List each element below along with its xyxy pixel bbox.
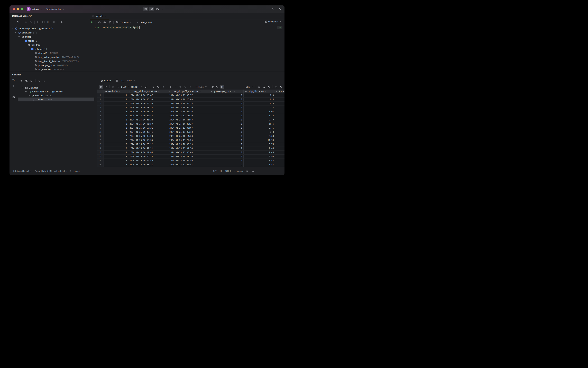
grid-cell[interactable]: 2024-01-25 10:39:40 [128,159,168,163]
grid-cell[interactable]: 1.14 [244,114,275,118]
grid-cell[interactable]: 2024-01-25 11:00:08 [168,150,210,155]
grid-cell[interactable]: 0.75 [244,142,275,146]
grid-cell[interactable]: 2024-01-25 11:04:54 [168,147,210,150]
grid-cell[interactable]: 1 [210,122,244,126]
grid-cell[interactable]: 2024-01-25 10:47:21 [128,147,168,150]
explorer-tree-item[interactable]: tpep_pickup_datetimeTIMESTAMP(26,6) [9,55,88,59]
grid-cell[interactable]: 1.8 [244,130,275,134]
gear-icon[interactable] [278,7,282,11]
explorer-tree-item[interactable]: public [9,35,88,39]
grid-cell[interactable]: 2 [104,134,128,138]
disconnect-icon[interactable] [29,20,33,24]
grid-cell[interactable]: 2024-01-25 10:30:56 [128,101,168,105]
explorer-tree-item[interactable]: tpep_dropoff_datetimeTIMESTAMP(26,6) [9,59,88,63]
parameters-icon[interactable] [103,20,107,24]
project-widget[interactable]: S spiceai [27,7,43,11]
import-data-icon[interactable] [262,85,266,89]
grid-cell[interactable]: 1 [104,101,128,105]
tx-mode-dropdown[interactable]: Tx: Auto [120,21,132,24]
grid-cell[interactable]: 2024-01-25 10:26:08 [168,98,210,101]
grid-cell[interactable]: 2024-01-25 11:16:19 [168,114,210,118]
grid-cell[interactable]: 2 [104,110,128,114]
grid-cell[interactable]: 2024-01-25 11:03:07 [168,126,210,130]
open-data-button[interactable] [41,20,45,24]
grid-cell[interactable]: 2024-01-25 10:03:50 [128,122,168,126]
grid-settings-icon[interactable] [279,85,283,89]
grid-cell[interactable]: 18.6 [244,122,275,126]
grid-cell[interactable]: 2 [210,163,244,167]
grid-cell[interactable]: 1 [210,155,244,158]
caret-position-widget[interactable]: 1:26 [213,170,217,172]
services-tree-item[interactable]: Database [18,86,97,90]
grid-cell[interactable] [275,130,285,134]
explorer-tree-item[interactable]: passenger_countBIGINT(19) [9,63,88,67]
grid-cell[interactable]: 2 [104,114,128,118]
last-page-icon[interactable] [144,85,148,89]
maximize-window-button[interactable] [21,8,23,10]
explorer-tree-item[interactable]: datafusion1 [9,31,88,35]
services-tree-item[interactable]: console126 ms [18,94,97,98]
auto-refresh-icon[interactable] [156,85,160,89]
grid-cell[interactable]: 1 [210,101,244,105]
run-tool-button[interactable] [149,7,154,11]
database-tool-button[interactable] [143,7,148,11]
stop-icon[interactable] [11,84,16,88]
grid-column-header[interactable]: tpep_dropoff_datetime [168,90,210,93]
add-service-button[interactable] [19,79,23,83]
export-format-dropdown[interactable]: CSV [245,85,254,88]
pin-tab-icon[interactable] [211,85,214,89]
grid-cell[interactable] [275,106,285,110]
grid-cell[interactable] [275,118,285,122]
grid-cell[interactable]: 2 [104,142,128,146]
grid-column-header[interactable]: tpep_pickup_datetime [128,90,168,93]
grid-cell[interactable] [275,93,285,97]
view-options-button[interactable] [60,20,64,24]
grid-column-header[interactable]: trip_distance [244,90,275,93]
explorer-tree-item[interactable]: taxi_trips [9,43,88,47]
chart-view-toggle[interactable] [104,85,108,89]
grid-cell[interactable] [275,114,285,118]
grid-cell[interactable]: 1.3 [244,106,275,110]
grid-cell[interactable]: 2024-01-25 10:38:32 [128,106,168,110]
grid-cell[interactable]: 2024-01-25 11:05:18 [168,130,210,134]
grid-cell[interactable]: 1 [210,142,244,146]
schema-selector[interactable]: <schema> [264,20,282,23]
grid-cell[interactable]: 1 [210,98,244,101]
grid-cell[interactable]: 2024-01-25 10:55:35 [128,138,168,142]
goto-source-button[interactable] [52,20,56,24]
breadcrumb-datasource[interactable]: Arrow Flight JDBC - @localhost [35,170,65,172]
indent-widget[interactable]: 4 spaces [234,170,243,172]
grid-cell[interactable] [275,142,285,146]
tx-toggle-icon[interactable]: Tx [12,79,15,81]
grid-cell[interactable]: 2024-01-25 10:57:31 [128,126,168,130]
explorer-tree-item[interactable]: columns19 [9,47,88,51]
services-tree-item[interactable]: console126 ms [18,98,94,101]
grid-cell[interactable]: 0.8 [244,101,275,105]
grid-cell[interactable]: 2024-01-25 10:42:27 [168,122,210,126]
stop-icon[interactable] [161,85,165,89]
grid-cell[interactable] [275,126,285,130]
grid-cell[interactable]: 1 [210,159,244,163]
open-in-new-tab-button[interactable] [29,79,34,83]
grid-cell[interactable]: 2024-01-25 10:53:20 [168,106,210,110]
grid-cell[interactable]: 2 [104,118,128,122]
grid-cell[interactable]: 1 [210,150,244,155]
services-tree-item[interactable]: Arrow Flight JDBC - @localhost [18,90,97,94]
prev-page-icon[interactable] [116,85,120,89]
grid-cell[interactable]: 2024-01-25 10:36:47 [128,93,168,97]
grid-cell[interactable]: 1 [210,138,244,142]
reload-data-icon[interactable] [151,85,155,89]
grid-cell[interactable]: 2024-01-25 10:58:21 [128,163,168,167]
layout-panel-icon[interactable] [11,95,16,99]
inspections-widget[interactable] [277,26,283,29]
revert-icon[interactable] [183,85,187,89]
run-query-button[interactable] [90,20,94,24]
search-in-grid-icon[interactable] [215,85,220,89]
bell-icon[interactable] [251,170,254,173]
grid-cell[interactable]: 2024-01-25 10:37:04 [128,150,168,155]
grid-cell[interactable]: 2 [104,126,128,130]
close-icon[interactable] [104,15,107,17]
grid-cell[interactable]: 11.99 [244,138,275,142]
show-options-button[interactable] [25,79,28,83]
grid-cell[interactable] [275,134,285,138]
